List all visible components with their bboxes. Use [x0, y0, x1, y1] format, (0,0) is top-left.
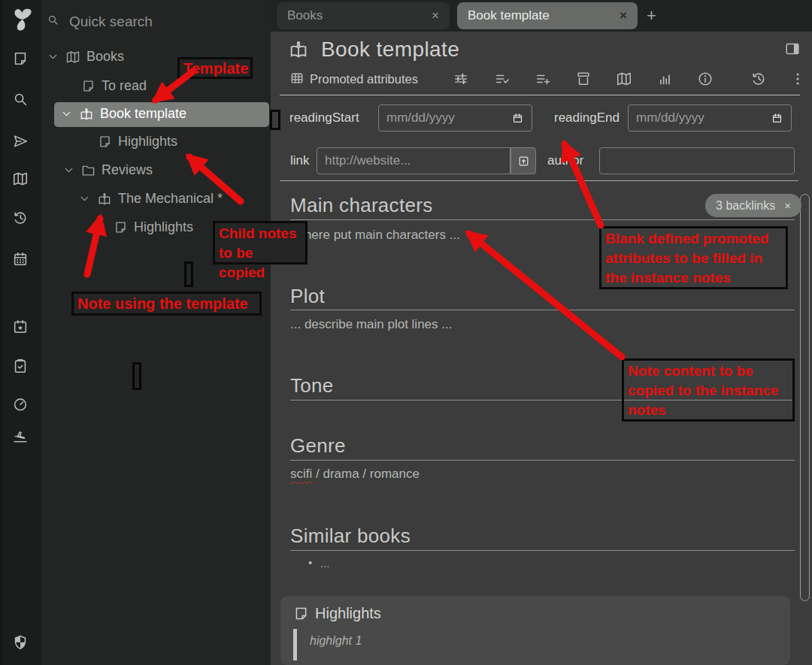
- open-link-button[interactable]: [511, 147, 536, 174]
- note-icon: [293, 606, 309, 621]
- recent-changes-icon[interactable]: [12, 210, 29, 226]
- open-external-icon: [517, 155, 530, 168]
- tree-item-books[interactable]: Books: [47, 49, 124, 65]
- tree-item-to-read[interactable]: To read: [81, 78, 147, 94]
- list-plus-icon[interactable]: [535, 71, 551, 87]
- section-body-genre[interactable]: scifi / drama / romance: [290, 467, 420, 482]
- book-properties-icon[interactable]: [616, 71, 632, 87]
- readingEnd-date-input[interactable]: mm/dd/yyyy: [628, 104, 792, 131]
- calendar-icon[interactable]: [12, 251, 29, 268]
- note-icon: [98, 135, 112, 149]
- note-map-icon[interactable]: [12, 171, 29, 187]
- tasks-clipboard-check-icon[interactable]: [12, 358, 29, 374]
- tab-close-icon[interactable]: ×: [424, 8, 439, 23]
- calendar-picker-icon: [771, 112, 783, 125]
- note-tree-panel: Quick search Books To read Book template…: [41, 0, 271, 665]
- note-icon: [81, 79, 95, 93]
- scrollbar-thumb[interactable]: [800, 194, 810, 601]
- tab-close-icon[interactable]: ×: [612, 8, 627, 23]
- field-label-link: link: [290, 153, 310, 168]
- tree-item-label: Books: [86, 49, 124, 65]
- folder-icon: [81, 163, 95, 177]
- note-title-book-template-icon: [288, 39, 309, 60]
- misspelled-word: scifi: [290, 467, 312, 481]
- bar-chart-icon[interactable]: [656, 71, 673, 87]
- note-history-icon[interactable]: [750, 71, 767, 87]
- bullet-item[interactable]: ...: [320, 557, 330, 570]
- note-icon: [114, 220, 128, 234]
- dashboard-gauge-icon[interactable]: [12, 396, 29, 413]
- section-heading-plot: Plot: [290, 285, 325, 308]
- included-note-title[interactable]: Highlights: [315, 605, 381, 622]
- search-icon[interactable]: [12, 91, 29, 107]
- jump-to-note-icon[interactable]: [12, 133, 29, 150]
- main-area: Books × Book template × + Book template …: [271, 0, 812, 665]
- chevron-down-icon: [78, 192, 91, 205]
- chevron-down-icon: [47, 50, 59, 63]
- tree-item-highlights[interactable]: Highlights: [98, 134, 177, 150]
- note-title[interactable]: Book template: [321, 38, 459, 62]
- calendar-picker-icon: [511, 112, 524, 125]
- tab-book-template[interactable]: Book template ×: [457, 2, 638, 29]
- section-heading-main-characters: Main characters: [290, 194, 432, 217]
- quick-search-icon[interactable]: [47, 14, 59, 26]
- author-text-input[interactable]: [599, 147, 795, 174]
- tree-item-label: Book template: [100, 106, 186, 122]
- app-window: Quick search Books To read Book template…: [0, 0, 812, 665]
- promoted-attributes-grid-icon[interactable]: [289, 71, 304, 86]
- tree-item-book-template[interactable]: Book template: [60, 106, 186, 122]
- annotation-box-note-using-template: Note using the template: [71, 292, 262, 316]
- archive-box-icon[interactable]: [575, 71, 592, 87]
- bullet-glyph: •: [308, 556, 312, 569]
- travel-plane-icon[interactable]: [12, 428, 29, 444]
- tree-item-the-mechanical[interactable]: The Mechanical *: [78, 191, 223, 207]
- tab-books[interactable]: Books ×: [277, 2, 450, 29]
- section-body-plot[interactable]: ... describe main plot lines ...: [290, 317, 452, 332]
- blockquote-bar: [293, 629, 297, 660]
- field-label-readingEnd: readingEnd: [554, 110, 620, 125]
- section-heading-tone: Tone: [290, 374, 334, 397]
- tree-item-label: Highlights: [118, 134, 177, 150]
- annotation-box-template: Template: [177, 57, 253, 79]
- field-label-readingStart: readingStart: [289, 110, 359, 125]
- open-book-icon: [65, 50, 80, 65]
- info-icon[interactable]: [697, 71, 714, 87]
- section-heading-similar-books: Similar books: [290, 524, 411, 548]
- section-heading-genre: Genre: [290, 434, 346, 458]
- field-label-author: author: [547, 153, 583, 168]
- backlinks-close-icon[interactable]: ×: [784, 199, 791, 212]
- included-note-card: Highlights highlght 1: [280, 596, 790, 665]
- events-calendar-star-icon[interactable]: [12, 319, 29, 335]
- protected-session-shield-icon[interactable]: [12, 634, 29, 651]
- tree-item-reviews[interactable]: Reviews: [62, 162, 153, 178]
- chevron-down-icon: [60, 107, 73, 120]
- tree-item-label: Reviews: [102, 162, 153, 178]
- book-template-icon: [79, 107, 94, 122]
- new-note-icon[interactable]: [12, 50, 29, 67]
- section-body-main-characters[interactable]: ... here put main characters ...: [290, 228, 460, 243]
- list-check-icon[interactable]: [494, 71, 511, 87]
- sliders-icon[interactable]: [453, 71, 469, 87]
- kebab-menu-icon[interactable]: [789, 71, 806, 87]
- attributes-divider: [280, 180, 798, 181]
- annotation-box-child-notes: Child notes to be copied: [213, 221, 308, 264]
- readingStart-date-input[interactable]: mm/dd/yyyy: [378, 104, 532, 131]
- backlinks-badge: 3 backlinks ×: [705, 194, 801, 217]
- launcher-bar: [0, 0, 41, 665]
- tab-label: Book template: [468, 8, 550, 23]
- new-tab-button[interactable]: +: [647, 6, 656, 26]
- cursor-artifact: [184, 261, 193, 287]
- quick-search-input[interactable]: Quick search: [69, 14, 153, 30]
- tree-item-label: To read: [102, 78, 147, 94]
- link-url-input[interactable]: http://website...: [317, 147, 511, 174]
- trilium-logo-icon[interactable]: [8, 5, 37, 34]
- ribbon-tab-promoted-attributes[interactable]: Promoted attributes: [310, 72, 418, 86]
- ribbon-divider: [280, 95, 800, 95]
- split-pane-icon[interactable]: [784, 41, 801, 57]
- book-template-icon: [97, 192, 112, 207]
- annotation-box-note-content: Note content to be copied to the instanc…: [622, 358, 795, 422]
- tree-item-label: The Mechanical *: [118, 191, 223, 207]
- cursor-artifact: [270, 110, 280, 130]
- note-detail-panel: Book template Promoted attributes: [271, 32, 812, 665]
- tree-item-highlights-2[interactable]: Highlights: [114, 219, 193, 235]
